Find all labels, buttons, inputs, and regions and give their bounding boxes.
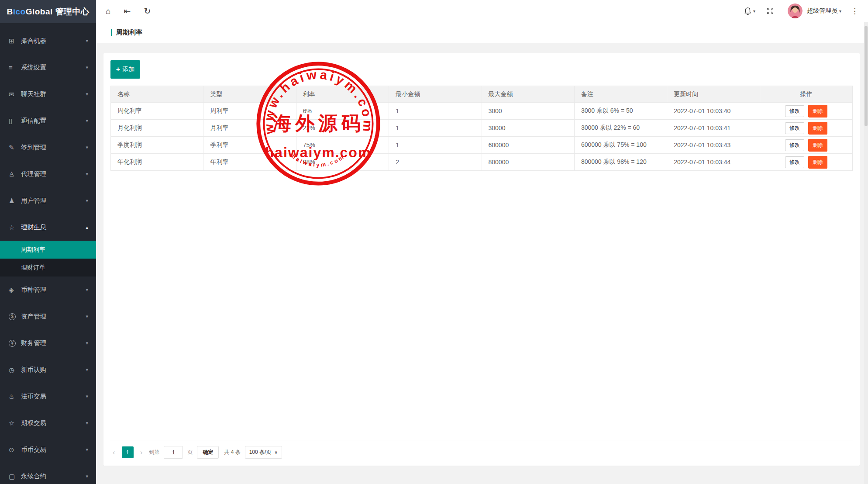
refresh-icon[interactable]: ↻ bbox=[144, 7, 151, 15]
sidebar-item-label: 撮合机器 bbox=[21, 37, 86, 45]
card-spacer bbox=[110, 171, 853, 440]
edit-button[interactable]: 修改 bbox=[785, 139, 804, 151]
delete-button[interactable]: 删除 bbox=[808, 139, 827, 152]
scrollbar-thumb[interactable] bbox=[865, 26, 868, 126]
chat-community-icon: ✉ bbox=[9, 90, 21, 98]
top-header-bar: ⌂ ⇤ ↻ ▾ bbox=[96, 0, 868, 22]
submenu-item-label: 周期利率 bbox=[21, 246, 45, 254]
cell-max: 30000 bbox=[482, 120, 574, 137]
chevron-down-icon: ▾ bbox=[86, 198, 88, 204]
users-icon: ♟ bbox=[9, 197, 21, 205]
sidebar-item-label: 新币认购 bbox=[21, 366, 86, 374]
add-button[interactable]: + 添加 bbox=[110, 60, 140, 79]
delete-button[interactable]: 删除 bbox=[808, 105, 827, 118]
goto-page-input[interactable] bbox=[164, 446, 183, 459]
submenu-item-period-rate[interactable]: 周期利率 bbox=[0, 241, 96, 259]
sidebar-item-perpetual[interactable]: ▢ 永续合约 ▾ bbox=[0, 463, 96, 484]
delete-button[interactable]: 删除 bbox=[808, 156, 827, 169]
sidebar-item-currency-mgmt[interactable]: ◈ 币种管理 ▾ bbox=[0, 277, 96, 303]
delete-button[interactable]: 删除 bbox=[808, 122, 827, 135]
next-page-icon[interactable]: › bbox=[138, 449, 145, 456]
sidebar-item-fiat-trade[interactable]: ♨ 法币交易 ▾ bbox=[0, 383, 96, 410]
col-header-name: 名称 bbox=[111, 86, 203, 103]
sidebar-item-wealth-interest[interactable]: ☆ 理财生息 ▴ bbox=[0, 214, 96, 241]
system-settings-icon: ≡ bbox=[9, 64, 21, 71]
checkin-icon: ✎ bbox=[9, 144, 21, 152]
chevron-down-icon: ▾ bbox=[86, 340, 88, 346]
chevron-down-icon: ▾ bbox=[753, 9, 755, 14]
chevron-down-icon: ▾ bbox=[86, 447, 88, 453]
cell-type: 周利率 bbox=[203, 103, 296, 120]
add-button-label: 添加 bbox=[122, 66, 134, 73]
currency-icon: ◈ bbox=[9, 286, 21, 294]
fullscreen-icon[interactable] bbox=[767, 7, 774, 14]
cell-remark: 30000 乘以 22% = 60 bbox=[574, 120, 667, 137]
user-name: 超级管理员 bbox=[807, 7, 837, 15]
wealth-interest-submenu: 周期利率 理财订单 bbox=[0, 241, 96, 277]
sidebar-item-label: 代理管理 bbox=[21, 170, 86, 178]
sidebar-item-finance-mgmt[interactable]: ¥ 财务管理 ▾ bbox=[0, 330, 96, 356]
avatar[interactable] bbox=[788, 3, 803, 18]
chevron-down-icon: ▾ bbox=[86, 38, 88, 44]
collapse-sidebar-icon[interactable]: ⇤ bbox=[124, 7, 131, 15]
goto-suffix-label: 页 bbox=[187, 449, 193, 456]
page-size-select[interactable]: 100 条/页 ∨ bbox=[245, 446, 282, 459]
sidebar-item-user-mgmt[interactable]: ♟ 用户管理 ▾ bbox=[0, 187, 96, 214]
sidebar-item-comm-config[interactable]: ▯ 通信配置 ▾ bbox=[0, 107, 96, 134]
col-header-remark: 备注 bbox=[574, 86, 667, 103]
sidebar-item-matching-engine[interactable]: ⊞ 撮合机器 ▾ bbox=[0, 28, 96, 54]
more-menu-icon[interactable]: ⋮ bbox=[851, 7, 858, 16]
sidebar-item-system-settings[interactable]: ≡ 系统设置 ▾ bbox=[0, 54, 96, 81]
cell-rate: 98% bbox=[296, 154, 389, 171]
cell-min: 2 bbox=[389, 154, 482, 171]
sidebar-item-agent-mgmt[interactable]: ♙ 代理管理 ▾ bbox=[0, 161, 96, 187]
wealth-interest-icon: ☆ bbox=[9, 224, 21, 232]
cell-max: 800000 bbox=[482, 154, 574, 171]
user-menu[interactable]: 超级管理员 ▾ bbox=[807, 7, 841, 15]
cell-updated: 2022-07-01 10:03:43 bbox=[667, 137, 760, 154]
cell-remark: 3000 乘以 6% = 50 bbox=[574, 103, 667, 120]
breadcrumb-bar: 周期利率 bbox=[96, 22, 868, 43]
sidebar-item-asset-mgmt[interactable]: $ 资产管理 ▾ bbox=[0, 303, 96, 330]
submenu-item-wealth-orders[interactable]: 理财订单 bbox=[0, 259, 96, 277]
comm-config-icon: ▯ bbox=[9, 117, 21, 125]
confirm-page-button[interactable]: 确定 bbox=[197, 446, 219, 459]
page-title: 周期利率 bbox=[116, 28, 142, 37]
pagination-bar: ‹ 1 › 到第 页 确定 共 4 条 100 条/页 ∨ bbox=[110, 440, 853, 459]
page-number-current[interactable]: 1 bbox=[122, 446, 134, 458]
home-icon[interactable]: ⌂ bbox=[106, 7, 110, 15]
submenu-item-label: 理财订单 bbox=[21, 264, 45, 272]
sidebar-item-coin-trade[interactable]: ⊙ 币币交易 ▾ bbox=[0, 436, 96, 463]
sidebar-item-checkin[interactable]: ✎ 签到管理 ▾ bbox=[0, 134, 96, 161]
edit-button[interactable]: 修改 bbox=[785, 156, 804, 168]
cell-remark: 800000 乘以 98% = 120 bbox=[574, 154, 667, 171]
perpetual-icon: ▢ bbox=[9, 473, 21, 481]
edit-button[interactable]: 修改 bbox=[785, 122, 804, 134]
sidebar-item-options-trade[interactable]: ☆ 期权交易 ▾ bbox=[0, 410, 96, 436]
sidebar-item-chat-community[interactable]: ✉ 聊天社群 ▾ bbox=[0, 81, 96, 107]
cell-name: 季度利润 bbox=[111, 137, 203, 154]
notifications-menu[interactable]: ▾ bbox=[744, 7, 755, 15]
edit-button[interactable]: 修改 bbox=[785, 105, 804, 117]
cell-min: 1 bbox=[389, 137, 482, 154]
rates-table: 名称 类型 利率 最小金额 最大金额 备注 更新时间 操作 周化利率 bbox=[110, 86, 853, 171]
col-header-type: 类型 bbox=[203, 86, 296, 103]
bell-icon bbox=[744, 7, 752, 15]
plus-icon: + bbox=[116, 66, 120, 73]
cell-max: 3000 bbox=[482, 103, 574, 120]
finance-icon: ¥ bbox=[9, 340, 16, 347]
sidebar-item-label: 用户管理 bbox=[21, 197, 86, 205]
prev-page-icon[interactable]: ‹ bbox=[110, 449, 117, 456]
cell-updated: 2022-07-01 10:03:44 bbox=[667, 154, 760, 171]
vertical-scrollbar[interactable] bbox=[864, 22, 868, 484]
sidebar-item-label: 系统设置 bbox=[21, 63, 86, 72]
sidebar-item-new-coin[interactable]: ◷ 新币认购 ▾ bbox=[0, 356, 96, 383]
sidebar-item-label: 法币交易 bbox=[21, 392, 86, 401]
col-header-min: 最小金额 bbox=[389, 86, 482, 103]
new-coin-icon: ◷ bbox=[9, 366, 21, 374]
content-area: + 添加 名称 类型 利率 最小金额 最大金额 备注 更新时间 操作 bbox=[96, 43, 868, 484]
col-header-max: 最大金额 bbox=[482, 86, 574, 103]
sidebar: Bico Global 管理中心 ⊞ 撮合机器 ▾ ≡ 系统设置 ▾ ✉ 聊天社… bbox=[0, 0, 96, 484]
main-area: ⌂ ⇤ ↻ ▾ bbox=[96, 0, 868, 484]
goto-prefix-label: 到第 bbox=[149, 449, 159, 456]
